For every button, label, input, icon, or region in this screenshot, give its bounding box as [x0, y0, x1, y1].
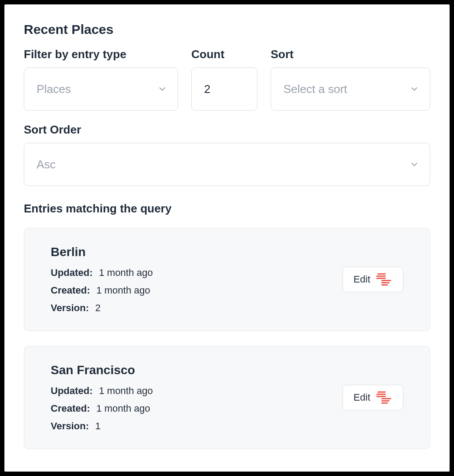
count-input[interactable]: 2 — [191, 67, 257, 111]
filter-sort: Sort Select a sort — [271, 48, 430, 111]
entry-info: San Francisco Updated: 1 month ago Creat… — [51, 363, 342, 432]
svg-rect-6 — [377, 391, 386, 393]
updated-value: 1 month ago — [99, 385, 153, 396]
entry-type-select[interactable]: Places — [24, 67, 178, 111]
filter-sort-order: Sort Order Asc — [24, 123, 430, 186]
count-value: 2 — [204, 82, 210, 96]
entry-version: Version: 2 — [51, 302, 342, 314]
filter-count-label: Count — [191, 48, 257, 61]
updated-value: 1 month ago — [99, 267, 153, 278]
svg-rect-4 — [381, 282, 390, 283]
chevron-down-icon — [157, 84, 167, 94]
filter-entry-type-label: Filter by entry type — [24, 48, 178, 61]
svg-rect-8 — [376, 396, 386, 397]
entry-card: Berlin Updated: 1 month ago Created: 1 m… — [24, 228, 430, 331]
filter-sort-order-label: Sort Order — [24, 123, 430, 137]
filter-entry-type: Filter by entry type Places — [24, 48, 178, 111]
svg-rect-9 — [381, 398, 391, 399]
svg-rect-5 — [381, 284, 388, 286]
entry-created: Created: 1 month ago — [51, 403, 342, 414]
svg-rect-0 — [377, 273, 386, 275]
svg-rect-11 — [381, 402, 388, 404]
entry-card: San Francisco Updated: 1 month ago Creat… — [24, 346, 430, 449]
sanity-logo-icon — [376, 272, 394, 286]
version-value: 2 — [95, 302, 100, 313]
created-value: 1 month ago — [96, 403, 150, 414]
version-label: Version: — [51, 420, 89, 431]
filters-row: Filter by entry type Places Count 2 Sort… — [24, 48, 430, 111]
entry-updated: Updated: 1 month ago — [51, 385, 342, 397]
created-label: Created: — [51, 403, 90, 414]
chevron-down-icon — [409, 160, 419, 169]
entry-title: Berlin — [51, 245, 342, 259]
page-frame: Recent Places Filter by entry type Place… — [4, 4, 450, 472]
updated-label: Updated: — [51, 267, 93, 278]
svg-rect-1 — [376, 275, 386, 277]
edit-label: Edit — [354, 392, 370, 403]
edit-button[interactable]: Edit — [342, 267, 403, 292]
svg-rect-7 — [376, 394, 386, 395]
sort-value: Select a sort — [283, 82, 347, 96]
filter-sort-label: Sort — [271, 48, 430, 61]
entry-title: San Francisco — [51, 363, 342, 377]
version-value: 1 — [95, 420, 100, 431]
sort-order-select[interactable]: Asc — [24, 143, 430, 186]
svg-rect-3 — [381, 280, 391, 281]
filter-count: Count 2 — [191, 48, 257, 111]
entry-created: Created: 1 month ago — [51, 285, 342, 296]
svg-rect-10 — [381, 400, 390, 402]
created-value: 1 month ago — [96, 285, 150, 296]
entry-type-value: Places — [37, 82, 71, 96]
entry-version: Version: 1 — [51, 420, 342, 432]
sort-order-value: Asc — [37, 158, 56, 171]
edit-button[interactable]: Edit — [342, 385, 403, 410]
entries-heading: Entries matching the query — [24, 202, 430, 216]
edit-label: Edit — [354, 274, 370, 285]
created-label: Created: — [51, 285, 90, 296]
entry-updated: Updated: 1 month ago — [51, 267, 342, 279]
sanity-logo-icon — [376, 390, 394, 405]
page-title: Recent Places — [24, 22, 430, 37]
updated-label: Updated: — [51, 385, 93, 396]
entry-info: Berlin Updated: 1 month ago Created: 1 m… — [51, 245, 342, 314]
svg-rect-2 — [376, 278, 386, 279]
chevron-down-icon — [409, 84, 419, 94]
sort-select[interactable]: Select a sort — [271, 67, 430, 111]
version-label: Version: — [51, 302, 89, 313]
